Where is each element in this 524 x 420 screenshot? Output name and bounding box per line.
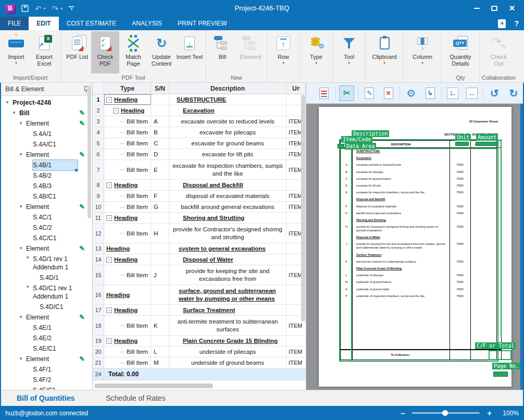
annotation-data-area[interactable]: Data Area [345,143,376,150]
serial-number[interactable]: A [151,116,169,127]
description-cell[interactable]: SUBSTRUCTURE [169,94,286,105]
column-header-description[interactable]: Description [169,83,286,94]
clipboard-button[interactable]: Clipboard ▾ [368,31,401,73]
select-region-icon[interactable] [317,86,331,101]
delete-annotation-icon[interactable]: ✕ [381,86,395,101]
table-row[interactable]: 18Bill ItemKanti-termite treatment to su… [93,316,306,336]
row-type[interactable]: −Heading [104,213,151,223]
update-content-button[interactable]: ↻ Update Content [147,31,176,73]
serial-number[interactable] [151,180,169,190]
serial-number[interactable]: K [151,316,169,335]
expand-arrow-icon[interactable]: ▼ [26,283,30,291]
description-cell[interactable]: excavate oversite to reduced levels [169,116,286,127]
check-pdf-button[interactable]: ✓✓ Check PDF [91,31,119,73]
table-horizontal-scrollbar[interactable] [94,384,213,388]
description-cell[interactable]: underside of ground beams [169,357,286,368]
row-number[interactable]: 21 [93,357,104,368]
description-cell[interactable]: Disposal of Water [169,254,286,265]
row-type[interactable]: −Heading [104,94,151,105]
rotate-left-icon[interactable]: ↺ [488,86,502,101]
collapse-icon[interactable]: − [106,97,112,103]
collapse-icon[interactable]: − [106,338,112,344]
row-number[interactable]: 17 [93,305,104,315]
insert-text-button[interactable]: ↓ Insert Text [176,31,204,73]
row-type[interactable]: −Heading [104,336,151,346]
tree-item-element[interactable]: ▼Element✎ [1,312,92,323]
table-row[interactable]: 5Bill ItemCexcavate for ground beamsITEM [93,138,306,149]
quantity-details-button[interactable]: QTY Quantity Details [444,31,477,73]
row-type[interactable]: Bill Item [104,224,151,243]
serial-number[interactable] [151,94,169,105]
row-type[interactable]: Bill Item [104,116,151,127]
row-number[interactable]: 4 [93,127,104,138]
row-type[interactable]: Heading [104,243,151,254]
row-type[interactable]: −Heading [104,305,151,315]
collapse-icon[interactable]: − [113,108,119,114]
unit-cell[interactable] [286,336,306,346]
table-row[interactable]: 10Bill ItemGbackfill around general exca… [93,202,306,213]
tab-schedule-of-rates[interactable]: Schedule of Rates [90,394,181,402]
tree-item-s-4d-1-rev-1-addendum-1[interactable]: ▼S.4D/1 rev 1 Addendum 1 [1,254,92,273]
row-type[interactable]: −Heading [104,105,151,116]
tree-item-s-4b-c1[interactable]: S.4B/C1 [1,191,92,202]
table-row[interactable]: 3Bill ItemAexcavate oversite to reduced … [93,116,306,127]
tree-item-s-4b-2[interactable]: S.4B/2 [1,170,92,181]
description-cell[interactable]: Disposal and Backfill [169,180,286,190]
serial-number[interactable] [151,285,169,304]
row-number[interactable]: 8 [93,180,104,190]
column-header-unit[interactable]: Unit [286,83,306,94]
collapse-icon[interactable]: − [106,307,112,313]
tree-item-element[interactable]: ▼Element✎ [1,354,92,364]
fit-page-icon[interactable]: ↔↔ [446,86,460,101]
serial-number[interactable]: E [151,160,169,179]
collapse-icon[interactable]: − [106,257,112,263]
annotation-page-no[interactable]: Page No. [492,363,520,369]
sidebar-scrollbar[interactable] [88,85,91,218]
row-type[interactable]: Bill Item [104,149,151,159]
annotation-unit-badge[interactable] [455,142,469,146]
row-type[interactable]: −Heading [104,180,151,190]
row-number[interactable]: 10 [93,202,104,212]
zoom-slider-thumb[interactable] [442,410,448,416]
tree-item-s-4d-1[interactable]: S.4D/1 [1,273,92,283]
row-number[interactable]: 18 [93,316,104,335]
tree-item-project-4246[interactable]: ▼Project-4246 [1,97,92,108]
serial-number[interactable]: M [151,357,169,368]
tree-item-s-4f-1[interactable]: S.4F/1 [1,364,92,375]
edit-pencil-icon[interactable]: ✎ [79,202,85,212]
tree-item-s-4d-c1[interactable]: S.4D/C1 [1,302,92,312]
serial-number[interactable] [151,305,169,315]
row-number[interactable]: 19 [93,336,104,346]
column-header-sn[interactable]: S/N [151,83,169,94]
table-row[interactable]: 17−HeadingSurface Treatment [93,305,306,316]
description-cell[interactable]: excavate for lift pits [169,149,286,159]
annotation-badge[interactable] [338,144,344,149]
tree-item-element[interactable]: ▼Element✎ [1,202,92,212]
row-number[interactable]: 14 [93,254,104,265]
tree-item-s-4f-c1[interactable]: S.4F/C1 [1,385,92,390]
description-cell[interactable]: anti-termite treatment to subterranean s… [169,316,286,335]
table-row[interactable]: 2−HeadingExcavation [93,105,306,116]
row-button[interactable]: ↑ Row ▾ [269,31,297,73]
table-row[interactable]: 21Bill ItemMunderside of ground beamsITE… [93,357,306,368]
description-cell[interactable]: Plain Concrete Grade 15 Blinding [169,336,286,346]
table-row[interactable]: 20Bill ItemLunderside of pilecapsITEM [93,347,306,357]
tab-analysis[interactable]: ANALYSIS [124,17,170,30]
row-number[interactable]: 6 [93,149,104,159]
tree-item-s-4f-2[interactable]: S.4F/2 [1,375,92,385]
tool-button[interactable]: Tool ▾ [335,31,363,73]
serial-number[interactable] [151,336,169,346]
description-cell[interactable]: Surface Treatment [169,305,286,315]
row-number[interactable]: 7 [93,160,104,179]
table-row[interactable]: 16Headingsurface, ground and subterranea… [93,285,306,305]
description-cell[interactable]: Excavation [169,105,286,116]
pdf-vertical-scrollbar[interactable] [520,104,523,390]
serial-number[interactable]: H [151,224,169,243]
tab-print-preview[interactable]: PRINT PREVIEW [170,17,234,30]
serial-number[interactable] [151,105,169,116]
expand-arrow-icon[interactable]: ▼ [5,97,9,108]
serial-number[interactable]: D [151,149,169,159]
edit-pencil-icon[interactable]: ✎ [79,354,85,364]
table-row[interactable]: 12Bill ItemHprovide for Contractor's des… [93,224,306,243]
description-cell[interactable]: disposal of excavated materials [169,191,286,201]
